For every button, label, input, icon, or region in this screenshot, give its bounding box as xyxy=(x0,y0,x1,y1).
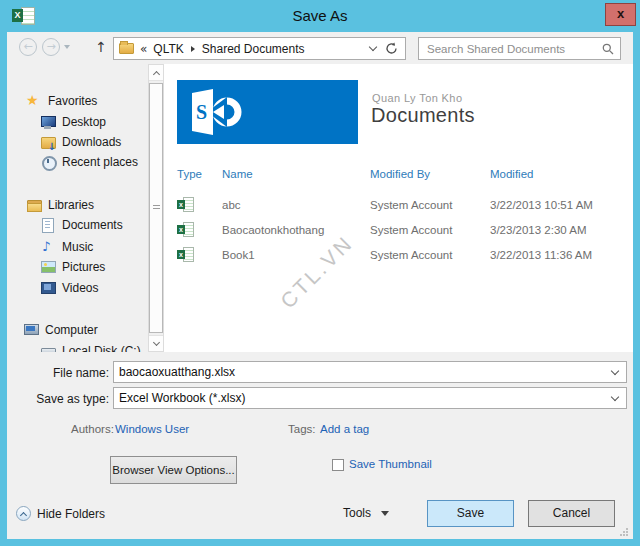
file-modified-by: System Account xyxy=(370,199,452,211)
scrollbar-thumb[interactable] xyxy=(149,83,163,333)
save-thumbnail-label[interactable]: Save Thumbnail xyxy=(349,458,432,470)
tools-dropdown-icon[interactable] xyxy=(381,511,389,516)
file-row[interactable]: abc System Account 3/22/2013 10:51 AM xyxy=(164,194,633,219)
column-header-name[interactable]: Name xyxy=(222,168,253,180)
sidebar-item-local-disk[interactable]: Local Disk (C:) xyxy=(40,341,141,352)
save-as-type-dropdown-icon[interactable] xyxy=(611,393,619,401)
close-button[interactable]: x xyxy=(605,3,636,26)
scroll-down-icon[interactable] xyxy=(149,335,163,351)
folder-icon xyxy=(119,43,134,54)
breadcrumb-root[interactable]: QLTK xyxy=(153,42,183,56)
sidebar-item-videos[interactable]: Videos xyxy=(40,278,98,298)
file-name-dropdown-icon[interactable] xyxy=(611,367,619,375)
sidebar-scrollbar[interactable] xyxy=(148,64,164,352)
hide-folders-icon[interactable] xyxy=(16,506,31,521)
search-box[interactable] xyxy=(418,37,621,60)
sidebar-item-favorites[interactable]: Favorites xyxy=(26,91,97,111)
up-one-level-button[interactable]: ↑ xyxy=(93,37,109,57)
star-icon xyxy=(26,93,42,109)
address-dropdown-icon[interactable] xyxy=(369,43,377,51)
authors-value-link[interactable]: Windows User xyxy=(115,423,189,435)
save-thumbnail-checkbox[interactable] xyxy=(332,459,344,471)
file-name: abc xyxy=(222,199,241,211)
add-a-tag-link[interactable]: Add a tag xyxy=(320,423,369,435)
file-name: Book1 xyxy=(222,249,255,261)
video-icon xyxy=(40,280,56,296)
address-bar[interactable]: « QLTK Shared Documents xyxy=(113,37,406,60)
save-button[interactable]: Save xyxy=(427,500,514,527)
tools-button[interactable]: Tools xyxy=(343,506,371,520)
file-modified-by: System Account xyxy=(370,249,452,261)
recent-locations-dropdown-icon[interactable] xyxy=(64,45,70,49)
file-modified: 3/22/2013 10:51 AM xyxy=(490,199,593,211)
file-name: Baocaotonkhothang xyxy=(222,224,324,236)
sidebar-item-documents[interactable]: Documents xyxy=(40,215,123,235)
sidebar-item-pictures[interactable]: Pictures xyxy=(40,257,105,277)
file-name-combobox[interactable] xyxy=(113,361,627,383)
excel-file-icon xyxy=(177,196,193,212)
dialog-title: Save As xyxy=(0,7,640,24)
excel-file-icon xyxy=(177,246,193,262)
disk-drive-icon xyxy=(40,343,56,352)
excel-file-icon xyxy=(177,221,193,237)
refresh-icon[interactable] xyxy=(385,42,398,55)
search-input[interactable] xyxy=(419,43,602,55)
authors-label: Authors: xyxy=(71,423,114,435)
sidebar-item-recent-places[interactable]: Recent places xyxy=(40,152,138,172)
desktop-icon xyxy=(40,114,56,130)
browser-view-options-button[interactable]: Browser View Options... xyxy=(110,456,237,484)
file-row[interactable]: Baocaotonkhothang System Account 3/23/20… xyxy=(164,219,633,244)
sidebar-item-computer[interactable]: Computer xyxy=(23,320,98,340)
recent-places-icon xyxy=(40,154,56,170)
computer-icon xyxy=(23,322,39,338)
scroll-up-icon[interactable] xyxy=(149,65,163,81)
forward-button[interactable]: → xyxy=(42,38,60,56)
libraries-icon xyxy=(26,197,42,213)
sharepoint-logo-icon: S xyxy=(185,88,247,136)
save-as-type-label: Save as type: xyxy=(20,392,109,406)
tags-label: Tags: xyxy=(288,423,316,435)
file-list-panel: S Quan Ly Ton Kho Documents Type Name Mo… xyxy=(164,64,633,352)
sharepoint-banner: S xyxy=(177,80,358,144)
svg-text:S: S xyxy=(196,101,207,123)
column-header-modified-by[interactable]: Modified By xyxy=(370,168,430,180)
file-name-label: File name: xyxy=(20,366,109,380)
save-as-type-combobox[interactable]: Excel Workbook (*.xlsx) xyxy=(113,387,627,409)
sidebar-item-desktop[interactable]: Desktop xyxy=(40,112,106,132)
breadcrumb-overflow-icon[interactable]: « xyxy=(140,42,147,56)
save-as-type-value: Excel Workbook (*.xlsx) xyxy=(114,391,612,405)
file-modified: 3/22/2013 11:36 AM xyxy=(490,249,592,261)
downloads-folder-icon xyxy=(40,134,56,150)
resize-grip-icon[interactable] xyxy=(620,528,629,537)
file-modified-by: System Account xyxy=(370,224,452,236)
column-header-type[interactable]: Type xyxy=(177,168,202,180)
music-note-icon xyxy=(40,239,56,255)
file-name-input[interactable] xyxy=(114,365,612,379)
back-button[interactable]: ← xyxy=(19,38,37,56)
breadcrumb-separator-icon xyxy=(191,46,195,52)
library-title: Documents xyxy=(371,104,475,127)
cancel-button[interactable]: Cancel xyxy=(528,500,615,527)
file-modified: 3/23/2013 2:30 AM xyxy=(490,224,587,236)
site-name: Quan Ly Ton Kho xyxy=(372,92,462,104)
breadcrumb-current[interactable]: Shared Documents xyxy=(202,42,305,56)
document-icon xyxy=(40,217,56,233)
picture-icon xyxy=(40,259,56,275)
search-icon xyxy=(602,43,614,55)
sidebar-item-libraries[interactable]: Libraries xyxy=(26,195,94,215)
sidebar-item-downloads[interactable]: Downloads xyxy=(40,132,121,152)
save-as-dialog: Save As x ← → ↑ « QLTK Shared Documents xyxy=(0,0,640,546)
file-row[interactable]: Book1 System Account 3/22/2013 11:36 AM xyxy=(164,244,633,269)
sidebar-item-music[interactable]: Music xyxy=(40,237,93,257)
column-header-modified[interactable]: Modified xyxy=(490,168,533,180)
navigation-pane: Favorites Desktop Downloads Recent place… xyxy=(7,64,148,352)
hide-folders-button[interactable]: Hide Folders xyxy=(37,507,105,521)
